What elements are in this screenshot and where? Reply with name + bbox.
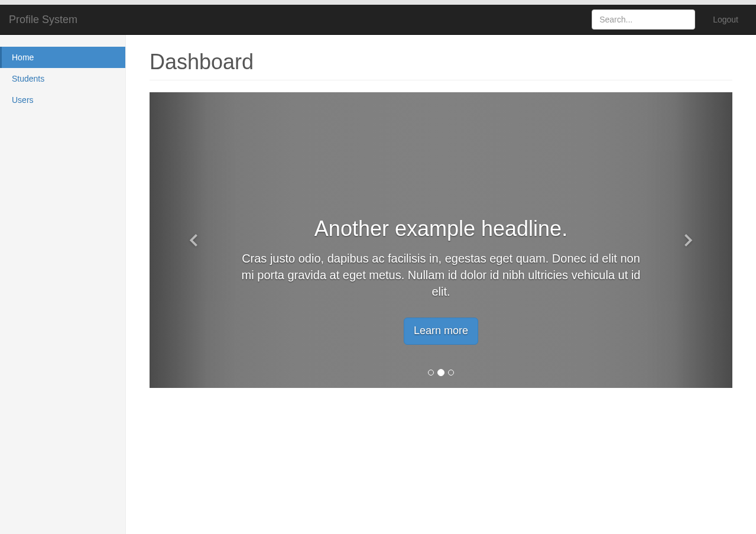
chevron-right-icon bbox=[680, 231, 697, 250]
carousel-body: Cras justo odio, dapibus ac facilisis in… bbox=[237, 250, 645, 300]
browser-chrome-strip bbox=[0, 0, 756, 5]
brand[interactable]: Profile System bbox=[9, 5, 77, 34]
carousel: Another example headline. Cras justo odi… bbox=[150, 92, 732, 388]
sidebar-item-label: Home bbox=[2, 47, 125, 68]
carousel-next[interactable] bbox=[645, 92, 732, 388]
carousel-prev[interactable] bbox=[150, 92, 237, 388]
carousel-indicators bbox=[428, 370, 454, 376]
page-title: Dashboard bbox=[150, 50, 732, 75]
sidebar-item-students[interactable]: Students bbox=[0, 68, 125, 89]
sidebar-item-label: Students bbox=[0, 68, 125, 89]
main-content: Dashboard Another example headline. Cras… bbox=[126, 35, 756, 534]
logout-link[interactable]: Logout bbox=[704, 6, 747, 33]
sidebar-item-home[interactable]: Home bbox=[0, 47, 125, 68]
sidebar-item-users[interactable]: Users bbox=[0, 89, 125, 111]
navbar: Profile System Logout bbox=[0, 5, 756, 35]
sidebar-nav: Home Students Users bbox=[0, 47, 125, 111]
sidebar-item-label: Users bbox=[0, 89, 125, 111]
carousel-caption: Another example headline. Cras justo odi… bbox=[237, 216, 645, 345]
search-input[interactable] bbox=[592, 9, 695, 30]
chevron-left-icon bbox=[184, 231, 202, 250]
carousel-indicator-2[interactable] bbox=[448, 370, 454, 376]
carousel-indicator-1[interactable] bbox=[437, 369, 444, 376]
learn-more-button[interactable]: Learn more bbox=[404, 318, 478, 345]
carousel-indicator-0[interactable] bbox=[428, 370, 434, 376]
sidebar: Home Students Users bbox=[0, 35, 126, 534]
navbar-right: Logout bbox=[592, 6, 747, 33]
page-header: Dashboard bbox=[150, 50, 732, 80]
carousel-headline: Another example headline. bbox=[237, 216, 645, 241]
